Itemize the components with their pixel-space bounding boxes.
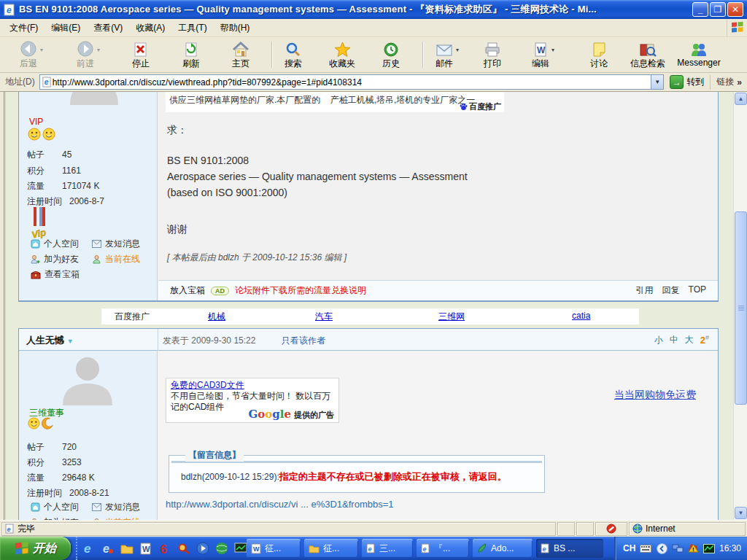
scroll-up-button[interactable]: ▲ bbox=[735, 93, 747, 105]
put-in-treasure-link[interactable]: 放入宝箱 bbox=[170, 284, 205, 297]
stop-button[interactable]: 停止 bbox=[121, 39, 160, 71]
address-input[interactable]: e http://www.3dportal.cn/discuz/viewthre… bbox=[39, 74, 665, 90]
adbar-link-3dportal[interactable]: 三维网 bbox=[438, 311, 465, 323]
quick-launch-red-app-icon[interactable]: 6 bbox=[158, 542, 171, 556]
envelope-mini-icon bbox=[92, 240, 101, 248]
scroll-down-button[interactable]: ▼ bbox=[735, 507, 747, 519]
post2-username[interactable]: 人生无憾 ▼ bbox=[26, 334, 74, 347]
link-personal-space[interactable]: 个人空间 bbox=[31, 238, 79, 250]
quick-launch-monitor-icon[interactable] bbox=[233, 542, 247, 556]
start-button[interactable]: 开始 bbox=[0, 537, 71, 560]
svg-text:e: e bbox=[7, 5, 12, 15]
google-ad-attribution: Google 提供的广告 bbox=[248, 409, 334, 421]
home-icon bbox=[232, 39, 249, 58]
task-folder[interactable]: 征... bbox=[304, 539, 358, 558]
treasure-chest-icon bbox=[31, 271, 41, 279]
history-button[interactable]: 历史 bbox=[373, 39, 409, 71]
google-ad-box[interactable]: 免费的CAD3D文件 不用自己绘图，节省大量时间！ 数以百万 记的CAD组件 G… bbox=[166, 378, 339, 423]
discuss-button[interactable]: 讨论 bbox=[579, 39, 619, 71]
font-size-small[interactable]: 小 bbox=[654, 334, 663, 346]
menu-help[interactable]: 帮助(H) bbox=[214, 19, 257, 37]
thread-url-link[interactable]: http://www.3dportal.cn/discuz/vi ... e%3… bbox=[166, 499, 394, 510]
menu-view[interactable]: 查看(V) bbox=[87, 19, 129, 37]
baidu-ad-box[interactable]: 供应三维网植草网垫的厂家.本厂配置的 产桩工机械,塔吊,塔机的专业厂家之一 百度… bbox=[166, 92, 504, 112]
flow-notice-link[interactable]: 论坛附件下载所需的流量兑换说明 bbox=[235, 284, 366, 297]
home-button[interactable]: 主页 bbox=[220, 39, 261, 71]
keyboard-icon[interactable] bbox=[640, 542, 651, 554]
quick-launch-ie2-icon[interactable]: e bbox=[101, 542, 115, 556]
font-size-large[interactable]: 大 bbox=[685, 334, 694, 346]
adbar-link-machinery[interactable]: 机械 bbox=[208, 311, 225, 323]
mail-button[interactable]: ▾ 邮件 bbox=[425, 39, 464, 71]
research-button[interactable]: 信息检索 bbox=[624, 39, 671, 71]
link-add-friend[interactable]: 加为好友 bbox=[31, 253, 79, 265]
user-dropdown-icon[interactable]: ▼ bbox=[67, 338, 74, 345]
adbar-link-auto[interactable]: 汽车 bbox=[315, 311, 333, 323]
menu-file[interactable]: 文件(F) bbox=[3, 19, 44, 37]
privacy-pane[interactable] bbox=[595, 522, 627, 536]
back-button[interactable]: ▾ 后退 bbox=[7, 39, 50, 71]
network-icon[interactable] bbox=[672, 542, 684, 554]
baidu-brand: 百度推广 bbox=[460, 101, 501, 112]
edit-button[interactable]: W ▾ 编辑 bbox=[519, 39, 562, 71]
minimize-button[interactable]: _ bbox=[692, 2, 708, 17]
quote-link[interactable]: 引用 bbox=[636, 284, 654, 297]
link-send-message[interactable]: 发短消息 bbox=[92, 238, 140, 250]
search-button[interactable]: 搜索 bbox=[275, 39, 311, 71]
svg-text:e: e bbox=[368, 545, 372, 553]
menu-favorites[interactable]: 收藏(A) bbox=[129, 19, 171, 37]
reply-link[interactable]: 回复 bbox=[662, 284, 680, 297]
language-indicator[interactable]: CH bbox=[623, 543, 635, 553]
link-view-treasure[interactable]: 查看宝箱 bbox=[31, 268, 80, 281]
post1-sidebar: VIP 帖子45 积分1161 流量171074 K 注册时间2006-8-7 … bbox=[19, 92, 158, 300]
dangdang-ad-link[interactable]: 当当网购物免运费 bbox=[614, 389, 696, 402]
task-word-doc[interactable]: W 征... bbox=[247, 539, 301, 558]
mail-icon: ▾ bbox=[436, 39, 453, 58]
link-personal-space[interactable]: 个人空间 bbox=[31, 501, 79, 513]
forward-button[interactable]: ▾ 前进 bbox=[64, 39, 107, 71]
quick-launch-media-player-icon[interactable] bbox=[196, 542, 209, 556]
task-ie-window-2[interactable]: e 『... bbox=[417, 539, 469, 558]
post2-header: 人生无憾 ▼ 发表于 2009-9-30 15:22 只看该作者 小 中 大 2… bbox=[19, 329, 718, 351]
menu-tools[interactable]: 工具(T) bbox=[171, 19, 213, 37]
top-link[interactable]: TOP bbox=[689, 284, 706, 297]
address-url: http://www.3dportal.cn/discuz/viewthread… bbox=[53, 77, 651, 88]
adbar-link-catia[interactable]: catia bbox=[572, 311, 590, 321]
address-dropdown-button[interactable]: ▼ bbox=[651, 75, 663, 89]
go-button[interactable]: → 转到 bbox=[664, 75, 710, 89]
scrollbar-thumb[interactable] bbox=[735, 211, 747, 405]
avatar[interactable] bbox=[61, 92, 127, 106]
menu-edit[interactable]: 编辑(E) bbox=[44, 19, 87, 37]
print-button[interactable]: 打印 bbox=[473, 39, 512, 71]
link-send-message[interactable]: 发短消息 bbox=[92, 501, 140, 513]
font-size-medium[interactable]: 中 bbox=[670, 334, 678, 346]
quick-launch-folder-icon[interactable] bbox=[120, 542, 133, 556]
clock[interactable]: 16:30 bbox=[719, 543, 741, 553]
quick-launch-word-icon[interactable]: W bbox=[139, 542, 152, 556]
stop-icon bbox=[133, 39, 149, 58]
task-ie-window-1[interactable]: e 三... bbox=[362, 539, 413, 558]
vertical-scrollbar[interactable]: ▲ ▼ bbox=[733, 92, 747, 520]
quick-launch-search-tool-icon[interactable] bbox=[177, 542, 190, 556]
links-toolbar[interactable]: 链接 » bbox=[710, 75, 745, 90]
post2-date: 发表于 2009-9-30 15:22 bbox=[163, 335, 255, 347]
favorites-button[interactable]: 收藏夹 bbox=[322, 39, 363, 71]
task-ie-window-active[interactable]: e BS ... bbox=[536, 539, 603, 558]
monitor-icon[interactable] bbox=[703, 542, 715, 554]
refresh-button[interactable]: 刷新 bbox=[171, 39, 212, 71]
svg-text:!: ! bbox=[692, 546, 694, 553]
quick-launch-globe-icon[interactable] bbox=[214, 542, 228, 556]
smiley-icon bbox=[28, 417, 40, 429]
avatar[interactable] bbox=[53, 353, 123, 405]
close-button[interactable]: ✕ bbox=[727, 2, 743, 17]
post1-footer: 放入宝箱 AD 论坛附件下载所需的流量兑换说明 引用 回复 TOP bbox=[158, 280, 718, 300]
quick-launch-ie-icon[interactable]: e bbox=[82, 542, 96, 556]
collapse-chevron-icon[interactable] bbox=[656, 542, 667, 554]
restore-button[interactable]: ❐ bbox=[710, 2, 726, 17]
messenger-button[interactable]: Messenger bbox=[671, 39, 727, 71]
alert-icon[interactable]: ! bbox=[688, 542, 699, 554]
task-adobe[interactable]: Ado... bbox=[473, 539, 533, 558]
stat-posts: 帖子720 bbox=[27, 441, 77, 454]
google-ad-headline[interactable]: 免费的CAD3D文件 bbox=[171, 380, 334, 391]
only-author-link[interactable]: 只看该作者 bbox=[282, 335, 325, 347]
